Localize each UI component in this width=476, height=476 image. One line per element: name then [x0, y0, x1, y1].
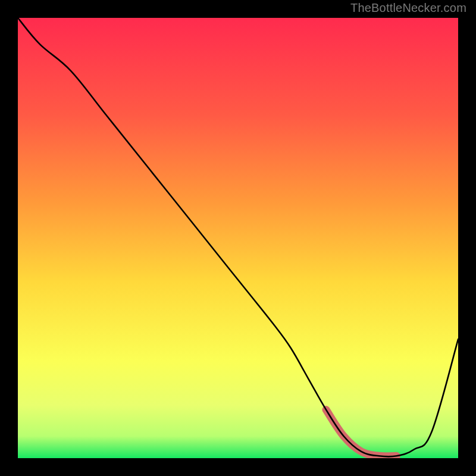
attribution-text: TheBottleNecker.com [350, 1, 466, 15]
chart-svg [18, 18, 458, 458]
chart-frame: TheBottleNecker.com [0, 0, 476, 476]
plot-area [18, 18, 458, 458]
gradient-background [18, 18, 458, 458]
